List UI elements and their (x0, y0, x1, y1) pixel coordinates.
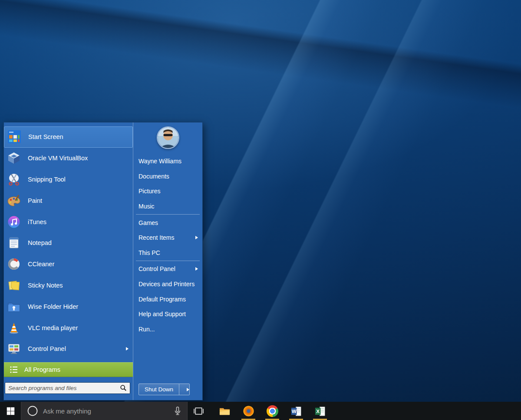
shutdown-button-group: Shut Down (138, 384, 190, 395)
start-search-box (5, 382, 130, 394)
firefox-button[interactable] (238, 402, 258, 420)
separator (136, 261, 200, 261)
menu-item-music[interactable]: Music (133, 199, 202, 214)
vlc-icon (7, 321, 21, 335)
control-panel-icon (7, 342, 21, 356)
menu-item-run[interactable]: Run... (133, 322, 202, 337)
file-explorer-button[interactable] (214, 402, 234, 420)
menu-item-wise-folder-hider[interactable]: Wise Folder Hider (4, 296, 133, 317)
sticky-notes-icon (7, 278, 21, 292)
taskbar: W X (0, 402, 521, 420)
all-programs-label: All Programs (24, 366, 60, 373)
start-screen-icon (7, 130, 21, 144)
word-button[interactable]: W (286, 402, 306, 420)
cortana-icon (27, 405, 38, 417)
menu-item-label: Control Panel (28, 345, 66, 352)
svg-text:X: X (316, 409, 320, 414)
file-explorer-icon (219, 405, 231, 417)
menu-item-documents[interactable]: Documents (133, 169, 202, 184)
start-menu: Start Screen Oracle VM VirtualBox Snippi… (3, 122, 203, 400)
cortana-search-box (21, 402, 188, 420)
excel-button[interactable]: X (310, 402, 330, 420)
menu-item-label: Notepad (28, 239, 52, 246)
microphone-button[interactable] (172, 406, 183, 416)
desktop: Start Screen Oracle VM VirtualBox Snippi… (0, 0, 521, 420)
submenu-arrow-icon (195, 236, 198, 239)
menu-item-games[interactable]: Games (133, 215, 202, 230)
ccleaner-icon (7, 257, 21, 271)
start-menu-left-column: Start Screen Oracle VM VirtualBox Snippi… (4, 122, 133, 400)
menu-item-control-panel[interactable]: Control Panel (4, 338, 133, 360)
excel-icon: X (314, 405, 326, 417)
submenu-arrow-icon (126, 347, 129, 351)
menu-item-label: Wise Folder Hider (28, 303, 78, 310)
menu-item-label: Paint (28, 197, 42, 204)
notepad-icon (7, 236, 21, 250)
menu-item-label: Oracle VM VirtualBox (28, 155, 88, 162)
menu-item-sticky-notes[interactable]: Sticky Notes (4, 275, 133, 296)
word-icon: W (290, 405, 302, 417)
menu-item-itunes[interactable]: iTunes (4, 211, 133, 232)
menu-item-label: CCleaner (28, 261, 54, 268)
menu-item-ccleaner[interactable]: CCleaner (4, 254, 133, 275)
windows-logo-icon (6, 407, 15, 416)
menu-item-devices-and-printers[interactable]: Devices and Printers (133, 277, 202, 292)
menu-item-pictures[interactable]: Pictures (133, 184, 202, 199)
taskbar-search-input[interactable] (21, 402, 187, 420)
separator (136, 214, 200, 215)
menu-item-help-and-support[interactable]: Help and Support (133, 307, 202, 322)
start-menu-right-column: Wayne Williams Documents Pictures Music … (133, 122, 202, 400)
start-search-input[interactable] (8, 385, 120, 391)
menu-item-paint[interactable]: Paint (4, 190, 133, 211)
right-column-list: Wayne Williams Documents Pictures Music … (133, 154, 202, 337)
start-button[interactable] (0, 402, 21, 420)
avatar[interactable] (157, 126, 179, 149)
start-search-row (5, 382, 130, 394)
menu-item-label: VLC media player (28, 324, 78, 331)
menu-item-label: Start Screen (28, 133, 63, 140)
firefox-icon (243, 405, 254, 417)
menu-item-start-screen[interactable]: Start Screen (4, 126, 133, 148)
all-programs-list-icon (10, 365, 18, 374)
virtualbox-icon (7, 151, 21, 165)
chrome-button[interactable] (262, 402, 282, 420)
shutdown-options-arrow[interactable] (179, 384, 189, 395)
wise-folder-hider-icon (7, 299, 21, 314)
submenu-arrow-icon (187, 388, 189, 391)
shutdown-button[interactable]: Shut Down (139, 384, 179, 395)
menu-item-virtualbox[interactable]: Oracle VM VirtualBox (4, 148, 133, 169)
paint-icon (7, 193, 21, 208)
menu-item-label: iTunes (28, 218, 46, 225)
menu-item-vlc[interactable]: VLC media player (4, 317, 133, 338)
all-programs-button[interactable]: All Programs (4, 362, 133, 377)
submenu-arrow-icon (195, 267, 198, 271)
itunes-icon (7, 215, 21, 229)
task-view-button[interactable] (188, 402, 208, 420)
user-name-label: Wayne Williams (138, 158, 181, 165)
chrome-icon (267, 405, 278, 417)
menu-item-label: Sticky Notes (28, 282, 63, 289)
menu-item-snipping-tool[interactable]: Snipping Tool (4, 169, 133, 190)
menu-item-recent-items[interactable]: Recent Items (133, 230, 202, 245)
snipping-tool-icon (7, 172, 21, 186)
task-view-icon (193, 405, 204, 417)
menu-item-label: Snipping Tool (28, 176, 66, 183)
svg-text:W: W (291, 409, 296, 414)
search-icon[interactable] (120, 384, 127, 391)
menu-item-default-programs[interactable]: Default Programs (133, 291, 202, 307)
menu-item-notepad[interactable]: Notepad (4, 232, 133, 254)
menu-item-this-pc[interactable]: This PC (133, 245, 202, 261)
microphone-icon (172, 406, 183, 416)
menu-item-control-panel-right[interactable]: Control Panel (133, 261, 202, 277)
user-name-item[interactable]: Wayne Williams (133, 154, 202, 169)
